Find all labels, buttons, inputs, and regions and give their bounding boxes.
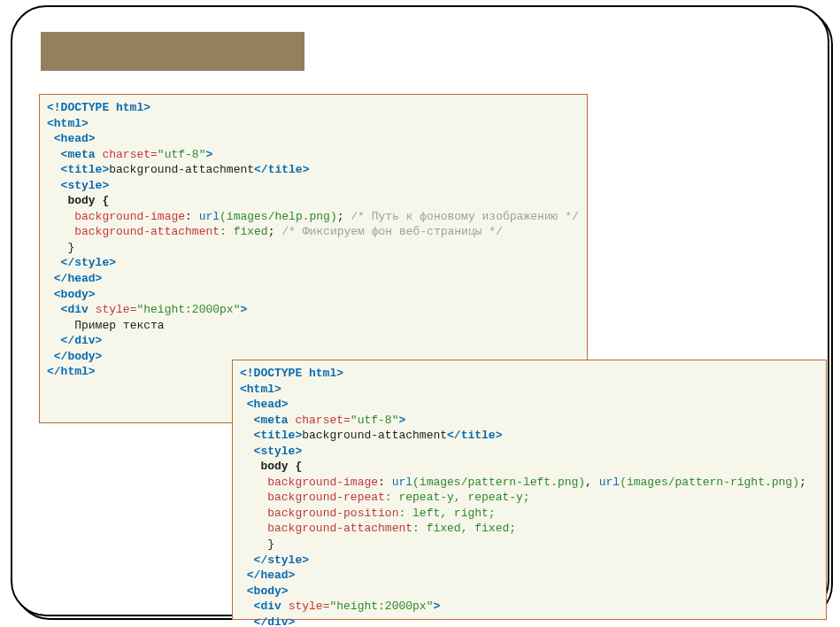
c2-title-close: </title> — [447, 429, 502, 442]
c2-bgimg-comma: , — [585, 476, 599, 489]
c1-title-open: <title> — [61, 163, 110, 176]
c1-meta-close: > — [205, 148, 212, 161]
c1-bgimg-colon: : — [185, 210, 199, 223]
c2-bgatt-val: : fixed, fixed; — [412, 522, 516, 535]
c2-bgimg-url1a: url — [392, 476, 412, 489]
c1-meta-val: "utf-8" — [158, 148, 206, 161]
code-example-2: <!DOCTYPE html><html> <head> <meta chars… — [232, 360, 827, 620]
c1-div-text: Пример текста — [74, 319, 164, 332]
c1-style-close: </style> — [61, 256, 116, 269]
slide-frame: <!DOCTYPE html><html> <head> <meta chars… — [11, 5, 829, 616]
title-bar — [41, 32, 304, 71]
c2-body-sel: body { — [260, 460, 302, 473]
c2-body-open: <body> — [247, 584, 289, 598]
c2-meta-attr: charset= — [295, 414, 350, 427]
c1-title-text: background-attachment — [109, 163, 254, 176]
c2-style-close: </style> — [254, 553, 309, 567]
c1-div-end: </div> — [61, 334, 103, 347]
c2-div-val: "height:2000px" — [329, 600, 433, 613]
c2-head-close: </head> — [247, 569, 296, 582]
c2-doctype: <!DOCTYPE html> — [240, 367, 343, 380]
c1-head-open: <head> — [54, 132, 96, 145]
c1-doctype: <!DOCTYPE html> — [47, 101, 150, 114]
c2-bgpos-val: : left, right; — [398, 507, 495, 520]
c1-div-close: > — [240, 303, 247, 316]
c2-title-open: <title> — [254, 429, 303, 442]
c2-bgimg-url2a: url — [599, 476, 620, 489]
c1-body-sel: body { — [67, 194, 109, 207]
c1-bgimg-cmt: /* Путь к фоновому изображению */ — [344, 210, 579, 223]
c2-bgimg-prop: background-image — [267, 476, 378, 489]
c1-style-open: <style> — [61, 179, 110, 192]
c2-style-open: <style> — [254, 445, 303, 458]
c2-bgimg-url2b: (images/pattern-right.png) — [620, 476, 799, 489]
c1-meta-open: <meta — [61, 148, 96, 161]
c1-bgatt-cmt: /* Фиксируем фон веб-страницы */ — [274, 225, 502, 238]
c1-body-close: </body> — [54, 350, 103, 363]
c2-div-attr: style= — [289, 600, 330, 613]
c2-bgatt-prop: background-attachment — [267, 522, 412, 535]
c1-brace-close: } — [67, 241, 74, 254]
c1-div-attr: style= — [96, 303, 137, 316]
c2-bgimg-colon: : — [378, 476, 392, 489]
c1-bgimg-url-b: (images/help.png) — [220, 210, 337, 223]
c2-bgimg-semi: ; — [799, 476, 806, 489]
c1-bgatt-val: : fixed — [220, 225, 268, 238]
c2-div-open: <div — [254, 600, 281, 613]
c2-bgrep-val: : repeat-y, repeat-y; — [385, 491, 530, 504]
c2-title-text: background-attachment — [302, 429, 447, 442]
c2-bgimg-url1b: (images/pattern-left.png) — [412, 476, 585, 489]
c1-bgatt-prop: background-attachment — [74, 225, 220, 238]
c1-bgimg-semi: ; — [337, 210, 344, 223]
c2-div-end: </div> — [254, 615, 296, 627]
c1-bgimg-url-a: url — [199, 210, 220, 223]
c1-html-open: <html> — [47, 117, 89, 130]
c1-div-val: "height:2000px" — [136, 303, 240, 316]
c1-title-close: </title> — [254, 163, 309, 176]
c2-div-close: > — [433, 600, 440, 613]
c1-div-open: <div — [61, 303, 89, 316]
c1-meta-attr: charset= — [102, 148, 157, 161]
c1-head-close: </head> — [54, 272, 103, 285]
c1-body-open: <body> — [54, 288, 96, 301]
c1-bgimg-prop: background-image — [74, 210, 185, 223]
c2-bgpos-prop: background-position — [267, 507, 398, 520]
c2-brace-close: } — [267, 538, 274, 551]
c2-meta-val: "utf-8" — [351, 414, 399, 427]
c2-bgrep-prop: background-repeat — [267, 491, 385, 504]
c2-meta-open: <meta — [254, 414, 289, 427]
slide-container: <!DOCTYPE html><html> <head> <meta chars… — [0, 0, 840, 627]
c2-meta-close: > — [398, 414, 405, 427]
c1-html-close: </html> — [47, 365, 96, 378]
c2-head-open: <head> — [247, 398, 289, 411]
c2-html-open: <html> — [240, 383, 281, 396]
